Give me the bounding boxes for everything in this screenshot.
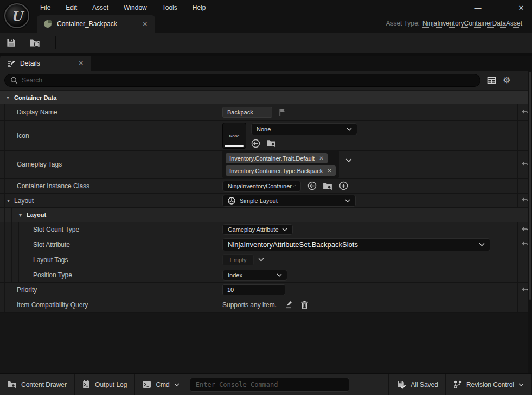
subsection-header-layout[interactable]: ▾ Layout (0, 208, 532, 222)
row-position-type: Position Type Index (0, 267, 532, 283)
remove-tag-icon[interactable]: ✕ (327, 168, 331, 174)
gameplay-tags-container: Inventory.Container.Trait.Default ✕ Inve… (222, 150, 339, 179)
slot-attribute-dropdown[interactable]: NinjaInventoryAttributeSet.BackpackSlots (222, 238, 490, 251)
maximize-button[interactable] (489, 0, 510, 15)
use-selected-asset-icon[interactable] (307, 181, 317, 190)
row-item-compatibility-query: Item Compatibility Query Supports any it… (0, 297, 532, 313)
status-bar: Content Drawer Output Log Cmd (0, 373, 532, 395)
display-name-input[interactable] (222, 107, 272, 118)
minimize-button[interactable]: — (467, 0, 489, 15)
menu-help[interactable]: Help (185, 4, 214, 11)
row-layout-tags: Layout Tags Empty (0, 252, 532, 267)
clear-query-trash-icon[interactable] (300, 300, 309, 309)
chevron-down-icon (479, 243, 485, 246)
browse-asset-icon[interactable] (266, 138, 277, 148)
asset-tab-container-backpack[interactable]: Container_Backpack ✕ (37, 15, 155, 33)
asset-type-link[interactable]: NinjaInventoryContainerDataAsset (422, 20, 522, 28)
menu-asset[interactable]: Asset (85, 4, 116, 11)
object-class-icon (228, 197, 235, 205)
chevron-down-icon (345, 199, 350, 202)
console-command-box[interactable] (190, 378, 349, 392)
display-name-label: Display Name (5, 104, 214, 120)
expander-triangle-icon[interactable]: ▾ (7, 197, 10, 203)
gameplay-tags-label: Gameplay Tags (5, 151, 214, 178)
search-input[interactable] (22, 77, 475, 84)
scrollbar-thumb[interactable] (529, 72, 531, 300)
display-filter-icon[interactable] (487, 76, 496, 85)
tags-dropdown-chevron-icon[interactable] (345, 158, 352, 162)
unreal-engine-logo[interactable]: U (4, 3, 29, 28)
window-controls: — ✕ (467, 0, 532, 15)
layout-class-dropdown[interactable]: Simple Layout (222, 195, 356, 207)
details-tab-title: Details (20, 60, 78, 67)
remove-tag-icon[interactable]: ✕ (319, 155, 323, 161)
menu-window[interactable]: Window (116, 4, 155, 11)
expander-triangle-icon[interactable]: ▾ (7, 94, 9, 100)
content-drawer-icon (7, 380, 17, 389)
search-box[interactable] (4, 74, 480, 87)
priority-input[interactable] (222, 284, 285, 295)
layout-tags-empty-box: Empty (222, 254, 254, 265)
console-terminal-icon (142, 380, 151, 388)
row-layout: ▾ Layout Simple Layout (0, 194, 532, 208)
browse-asset-icon[interactable] (323, 181, 333, 191)
console-command-input[interactable] (196, 381, 343, 388)
reset-to-default-icon (522, 241, 529, 247)
row-icon: Icon None None (0, 121, 532, 151)
asset-type-label: Asset Type: (386, 20, 419, 27)
asset-toolbar (0, 33, 532, 53)
subsection-title: Layout (27, 212, 46, 218)
content-drawer-button[interactable]: Content Drawer (0, 374, 74, 395)
section-title: Container Data (14, 94, 56, 101)
save-asset-button[interactable] (0, 33, 22, 53)
all-saved-button[interactable]: All Saved (389, 374, 445, 395)
close-button[interactable]: ✕ (510, 0, 532, 15)
layout-tags-label: Layout Tags (19, 252, 214, 267)
localization-flag-icon[interactable] (278, 108, 286, 117)
create-new-asset-icon[interactable] (339, 181, 348, 190)
menu-bar: File Edit Asset Window Tools Help (33, 0, 213, 15)
output-log-button[interactable]: Output Log (75, 374, 134, 395)
slot-count-type-dropdown[interactable]: Gameplay Attribute (222, 224, 293, 235)
asset-tab-title: Container_Backpack (57, 20, 142, 28)
unreal-logo-glyph: U (11, 8, 23, 24)
details-scrollbar[interactable] (528, 71, 532, 373)
asset-tab-close-icon[interactable]: ✕ (142, 21, 149, 28)
chevron-down-icon (277, 273, 282, 277)
menu-file[interactable]: File (33, 4, 58, 11)
section-header-container-data[interactable]: ▾ Container Data (0, 91, 532, 104)
data-asset-icon (43, 20, 52, 28)
details-search-row: ⚙ (0, 71, 532, 90)
container-instance-class-dropdown[interactable]: NinjaInventoryContainer (222, 181, 301, 192)
details-tab-close-icon[interactable]: ✕ (78, 60, 85, 67)
chevron-down-icon (282, 228, 287, 231)
position-type-label: Position Type (19, 267, 214, 282)
chevron-down-icon (292, 184, 296, 188)
expander-triangle-icon[interactable]: ▾ (19, 212, 22, 218)
query-summary-text: Supports any item. (222, 301, 277, 309)
layout-tags-dropdown-chevron-icon[interactable] (258, 258, 264, 262)
tag-pill[interactable]: Inventory.Container.Type.Backpack ✕ (226, 165, 336, 176)
reset-to-default-icon (522, 287, 529, 293)
title-bar: File Edit Asset Window Tools Help — ✕ (0, 0, 532, 15)
row-container-instance-class: Container Instance Class NinjaInventoryC… (0, 179, 532, 194)
revision-control-button[interactable]: Revision Control (446, 374, 531, 395)
use-selected-asset-icon[interactable] (251, 139, 260, 148)
cmd-dropdown-button[interactable]: Cmd (135, 374, 186, 395)
icon-asset-dropdown[interactable]: None (251, 123, 357, 135)
icon-thumbnail[interactable]: None (222, 123, 246, 149)
position-type-dropdown[interactable]: Index (222, 270, 287, 281)
details-tab[interactable]: Details ✕ (0, 56, 91, 71)
tag-pill[interactable]: Inventory.Container.Trait.Default ✕ (226, 153, 328, 163)
settings-gear-icon[interactable]: ⚙ (503, 76, 510, 85)
output-log-icon (82, 380, 91, 389)
chevron-down-icon (174, 383, 180, 386)
unreal-editor-window: File Edit Asset Window Tools Help — ✕ U … (0, 0, 532, 395)
toolbar-separator (55, 36, 56, 49)
menu-tools[interactable]: Tools (155, 4, 185, 11)
browse-to-asset-button[interactable] (24, 33, 46, 53)
menu-edit[interactable]: Edit (58, 4, 85, 11)
edit-query-icon[interactable] (284, 301, 293, 309)
icon-label: Icon (5, 121, 214, 150)
details-tab-row: Details ✕ (0, 56, 532, 71)
